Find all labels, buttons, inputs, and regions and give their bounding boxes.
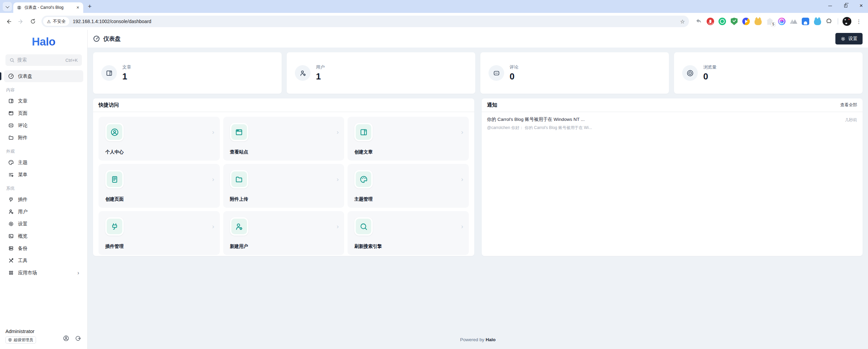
- quick-item-create-page[interactable]: › 创建页面: [99, 164, 220, 208]
- user-circle-icon: [110, 128, 119, 136]
- browser-tab[interactable]: 仪表盘 - Carrol's Blog ×: [13, 2, 83, 13]
- quick-item-new-user[interactable]: › 新建用户: [223, 211, 344, 255]
- player-extension-icon[interactable]: [742, 17, 750, 25]
- sidebar-item-menus[interactable]: 菜单: [4, 169, 83, 181]
- stat-card-users[interactable]: 用户 1: [287, 52, 475, 94]
- sidebar-item-label: 应用市场: [18, 270, 73, 276]
- chevron-right-icon: ›: [212, 176, 214, 183]
- quick-item-create-post[interactable]: › 创建文章: [348, 117, 469, 161]
- mic-extension-icon[interactable]: [706, 17, 714, 25]
- extension-count-badge: 5: [771, 22, 775, 26]
- sidebar-item-pages[interactable]: 页面: [4, 107, 83, 119]
- quick-icon-badge: [354, 217, 373, 236]
- sidebar-item-themes[interactable]: 主题: [4, 157, 83, 168]
- globe-favicon-icon: [17, 5, 22, 10]
- account-button[interactable]: [63, 335, 69, 342]
- chevron-down-icon: [5, 4, 9, 8]
- sidebar-item-settings[interactable]: 设置: [4, 218, 83, 230]
- comments-icon: [493, 70, 500, 77]
- new-tab-button[interactable]: +: [85, 2, 94, 11]
- notification-time: 几秒前: [845, 116, 857, 131]
- quick-icon-badge: [354, 123, 373, 141]
- cat-extension-icon[interactable]: [754, 17, 762, 25]
- sidebar-item-label: 仪表盘: [18, 73, 79, 79]
- mountain-extension-icon[interactable]: [790, 17, 798, 25]
- create-page-icon: [110, 175, 119, 184]
- window-minimize-button[interactable]: [827, 3, 833, 8]
- ring-extension-icon[interactable]: [718, 17, 726, 25]
- back-button[interactable]: [3, 16, 14, 26]
- shield-extension-icon[interactable]: [730, 17, 738, 25]
- stat-icon-wrap: [295, 65, 311, 81]
- window-close-button[interactable]: ×: [858, 3, 864, 8]
- reload-button[interactable]: [28, 16, 38, 26]
- overview-terminal-icon: [8, 233, 14, 239]
- quick-item-upload-attachment[interactable]: › 附件上传: [223, 164, 344, 208]
- mic-icon: [707, 18, 714, 25]
- shield-check-icon: [731, 18, 738, 25]
- quick-item-refresh-search-engine[interactable]: › 刷新搜索引擎: [348, 211, 469, 255]
- quick-item-label: 新建用户: [230, 243, 248, 250]
- sidebar-user-area: Administrator 超级管理员: [0, 329, 87, 349]
- view-all-link[interactable]: 查看全部: [840, 102, 857, 108]
- browser-toolbar: ⚠ 不安全 192.168.1.4:1002/console/dashboard…: [0, 13, 868, 30]
- site-security-chip[interactable]: ⚠ 不安全: [43, 17, 69, 26]
- extensions-menu-button[interactable]: [825, 17, 833, 25]
- profile-avatar[interactable]: [843, 17, 851, 26]
- stat-card-views[interactable]: 浏览量 0: [674, 52, 863, 94]
- settings-button[interactable]: 设置: [835, 33, 863, 44]
- sidebar-item-dashboard[interactable]: 仪表盘: [4, 70, 83, 82]
- sidebar-item-users[interactable]: 用户: [4, 206, 83, 218]
- address-bar[interactable]: ⚠ 不安全 192.168.1.4:1002/console/dashboard…: [41, 16, 689, 27]
- sidebar-item-comments[interactable]: 评论: [4, 120, 83, 131]
- halo-logo[interactable]: Halo: [32, 35, 56, 48]
- quick-access-title: 快捷访问: [99, 102, 119, 108]
- chevron-right-icon: ›: [461, 128, 463, 136]
- quick-access-panel: 快捷访问 › 个人中心: [93, 98, 474, 256]
- sidebar-item-overview[interactable]: 概览: [4, 230, 83, 242]
- search-icon: [10, 58, 15, 63]
- quick-item-theme-manage[interactable]: › 主题管理: [348, 164, 469, 208]
- settings-button-label: 设置: [848, 36, 857, 42]
- stat-icon-wrap: [682, 65, 698, 81]
- sidebar-item-attachments[interactable]: 附件: [4, 132, 83, 144]
- quick-item-plugin-manage[interactable]: › 插件管理: [99, 211, 220, 255]
- browser-menu-button[interactable]: ⋮: [855, 18, 863, 25]
- sidebar-item-label: 备份: [18, 245, 79, 252]
- quick-item-view-site[interactable]: › 查看站点: [223, 117, 344, 161]
- stat-card-comments[interactable]: 评论 0: [480, 52, 669, 94]
- logout-icon: [75, 335, 81, 342]
- sidebar-item-app-market[interactable]: 应用市场 ›: [4, 267, 83, 279]
- quick-access-header: 快捷访问: [93, 98, 474, 112]
- stat-card-posts[interactable]: 文章 1: [93, 52, 282, 94]
- stat-value: 0: [703, 71, 716, 82]
- compass-extension-icon[interactable]: [778, 17, 786, 25]
- tab-close-icon[interactable]: ×: [75, 5, 81, 11]
- sidebar-item-label: 主题: [18, 160, 79, 166]
- notification-item[interactable]: 你的 Carrol's Blog 账号被用于在 Windows NT ... @…: [482, 112, 863, 135]
- blue-app-extension-icon[interactable]: [801, 17, 810, 25]
- sidebar-item-backup[interactable]: 备份: [4, 242, 83, 254]
- forward-button[interactable]: [16, 16, 26, 26]
- logout-button[interactable]: [75, 335, 81, 342]
- quick-item-profile[interactable]: › 个人中心: [99, 117, 220, 161]
- search-input[interactable]: 搜索 Ctrl+K: [5, 54, 82, 66]
- tab-search-button[interactable]: [3, 2, 12, 11]
- window-restore-button[interactable]: [843, 3, 848, 8]
- sidebar-item-posts[interactable]: 文章: [4, 95, 83, 107]
- halo-footer-link[interactable]: Halo: [485, 337, 495, 342]
- blue-cat-extension-icon[interactable]: [813, 17, 821, 25]
- sidebar-item-plugins[interactable]: 插件: [4, 194, 83, 205]
- home-extension-icon[interactable]: 5: [766, 17, 774, 25]
- url-text[interactable]: 192.168.1.4:1002/console/dashboard: [73, 19, 680, 24]
- settings-gear-icon: [8, 221, 14, 227]
- stat-label: 用户: [316, 64, 325, 70]
- stat-value: 1: [122, 71, 131, 82]
- bookmark-star-icon[interactable]: ☆: [680, 18, 685, 25]
- undo-extension-icon[interactable]: [694, 17, 703, 25]
- chevron-right-icon: ›: [337, 176, 339, 183]
- sidebar-section-system: 系统: [6, 186, 87, 191]
- page-title: 仪表盘: [93, 35, 121, 43]
- sidebar-item-tools[interactable]: 工具: [4, 255, 83, 267]
- compass-icon: [778, 18, 785, 25]
